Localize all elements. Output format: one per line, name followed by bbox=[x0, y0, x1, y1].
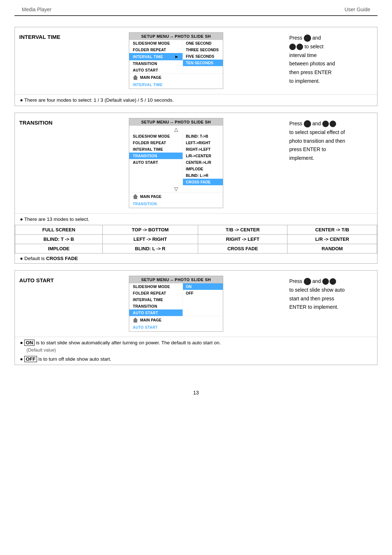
home-icon-3 bbox=[133, 317, 138, 323]
menu-item-interval-time: INTERVAL TIME ► bbox=[129, 53, 183, 60]
mode-blind-tb: BLIND: T -> B bbox=[15, 235, 103, 244]
double-c-left-1 bbox=[289, 44, 296, 50]
interval-desc-3: interval time bbox=[289, 52, 317, 58]
arrow-down: ▽ bbox=[129, 185, 223, 193]
t-double-circle bbox=[322, 121, 336, 127]
t-dc-left bbox=[322, 121, 329, 127]
auto-start-label: AUTO START bbox=[19, 276, 70, 283]
as-desc-4: start and then press bbox=[289, 296, 334, 301]
auto-start-footer: MAIN PAGE bbox=[129, 316, 223, 324]
auto-start-menu-wrapper: SETUP MENU -- PHOTO SLIDE SH SLIDESHOW M… bbox=[129, 276, 223, 332]
t-menu-interval: INTERVAL TIME bbox=[129, 146, 183, 153]
transition-menu-items: SLIDESHOW MODE FOLDER REPEAT INTERVAL TI… bbox=[129, 133, 223, 185]
page-content: INTERVAL TIME SETUP MENU -- PHOTO SLIDE … bbox=[0, 23, 392, 382]
mode-full-screen: FULL SCREEN bbox=[15, 225, 103, 235]
to-select-text-1: to select bbox=[305, 44, 323, 49]
interval-time-label: INTERVAL TIME bbox=[19, 32, 70, 40]
t-opt-center-lr: CENTER->L/R bbox=[183, 159, 223, 166]
interval-time-note: ● There are four modes to select: 1 / 3 … bbox=[15, 94, 377, 106]
interval-time-section: INTERVAL TIME SETUP MENU -- PHOTO SLIDE … bbox=[15, 27, 377, 106]
as-and-text: and bbox=[313, 278, 322, 284]
auto-start-note1: ● ON is to start slide show automaticall… bbox=[15, 337, 377, 347]
transition-menu-left: SLIDESHOW MODE FOLDER REPEAT INTERVAL TI… bbox=[129, 133, 183, 185]
auto-start-menu-title: SETUP MENU -- PHOTO SLIDE SH bbox=[129, 276, 223, 283]
t-desc-3: to select special effect of bbox=[289, 129, 345, 135]
interval-time-menu-title: SETUP MENU -- PHOTO SLIDE SH bbox=[129, 33, 223, 40]
t-desc-4: photo transition and then bbox=[289, 138, 345, 144]
transition-note: ● There are 13 modes to select. bbox=[15, 213, 377, 225]
as-menu-slideshow: SLIDESHOW MODE bbox=[129, 283, 183, 290]
mode-left-right: LEFT -> RIGHT bbox=[102, 235, 198, 244]
transition-menu-area: SETUP MENU -- PHOTO SLIDE SH △ SLIDESHOW… bbox=[70, 118, 282, 208]
as-dc-left bbox=[322, 278, 329, 285]
auto-start-section: AUTO START SETUP MENU -- PHOTO SLIDE SH … bbox=[15, 270, 377, 365]
double-circle-1 bbox=[289, 44, 303, 50]
press-text-1: Press bbox=[289, 35, 304, 41]
mode-blind-lr: BLIND: L -> R bbox=[102, 244, 198, 254]
home-icon-2 bbox=[133, 194, 138, 199]
auto-start-description: Press and to select slide show auto star… bbox=[282, 276, 373, 312]
default-note: ● Default is CROSS FADE bbox=[15, 254, 377, 263]
interval-time-description: Press and to select interval time betwee… bbox=[282, 32, 373, 86]
as-desc-5: ENTER to implement. bbox=[289, 304, 338, 310]
t-opt-right-left: RIGHT->LEFT bbox=[183, 146, 223, 153]
option-one-second: ONE SECOND bbox=[183, 40, 223, 46]
as-double-circle bbox=[322, 278, 336, 285]
t-menu-auto-start: AUTO START bbox=[129, 159, 183, 166]
interval-time-menu: SETUP MENU -- PHOTO SLIDE SH SLIDESHOW M… bbox=[129, 32, 223, 89]
page-number: 13 bbox=[0, 382, 392, 403]
header-right: User Guide bbox=[344, 7, 370, 12]
as-menu-interval: INTERVAL TIME bbox=[129, 296, 183, 303]
interval-desc-4: between photos and bbox=[289, 61, 335, 66]
t-opt-left-right: LEFT->RIGHT bbox=[183, 139, 223, 146]
transition-label: TRANSITION bbox=[19, 118, 70, 126]
t-footer-main: MAIN PAGE bbox=[140, 194, 162, 199]
t-opt-lr-center: L/R->CENTER bbox=[183, 153, 223, 159]
header-divider bbox=[15, 15, 377, 16]
t-menu-slideshow: SLIDESHOW MODE bbox=[129, 133, 183, 139]
arrow-up: △ bbox=[129, 126, 223, 133]
transition-menu-right: BLIND: T->B LEFT->RIGHT RIGHT->LEFT L/R-… bbox=[183, 133, 223, 185]
option-five-seconds: FIVE SECONDS bbox=[183, 53, 223, 60]
t-and-text: and bbox=[313, 121, 322, 126]
auto-start-note2: ● OFF is to turn off slide show auto sta… bbox=[15, 355, 377, 365]
t-desc-5: press ENTER to bbox=[289, 146, 326, 152]
as-menu-auto-start: AUTO START bbox=[129, 309, 183, 316]
t-dc-right bbox=[330, 121, 336, 127]
submenu-arrow: ► bbox=[175, 54, 179, 59]
menu-item-folder-repeat: FOLDER REPEAT bbox=[129, 46, 183, 53]
mode-center-tb: CENTER -> T/B bbox=[287, 225, 377, 235]
modes-row-2: BLIND: T -> B LEFT -> RIGHT RIGHT -> LEF… bbox=[15, 235, 377, 244]
as-desc-3: to select slide show auto bbox=[289, 287, 345, 293]
modes-row-1: FULL SCREEN TOP -> BOTTOM T/B -> CENTER … bbox=[15, 225, 377, 235]
as-footer-main: MAIN PAGE bbox=[140, 318, 162, 322]
transition-description: Press and to select special effect of ph… bbox=[282, 118, 373, 163]
menu-item-auto-start: AUTO START bbox=[129, 67, 183, 73]
as-opt-off: OFF bbox=[183, 290, 223, 296]
as-opt-on: ON bbox=[183, 283, 223, 290]
mode-random: RANDOM bbox=[287, 244, 377, 254]
interval-time-menu-footer: MAIN PAGE bbox=[129, 73, 223, 81]
transition-footer-label: TRANSITION bbox=[129, 200, 223, 208]
option-three-seconds: THREE SECONDS bbox=[183, 46, 223, 53]
t-circle-icon bbox=[304, 120, 311, 127]
transition-menu-title: SETUP MENU -- PHOTO SLIDE SH bbox=[129, 118, 223, 126]
auto-start-menu: SETUP MENU -- PHOTO SLIDE SH SLIDESHOW M… bbox=[129, 276, 223, 332]
as-menu-folder-repeat: FOLDER REPEAT bbox=[129, 290, 183, 296]
modes-table: FULL SCREEN TOP -> BOTTOM T/B -> CENTER … bbox=[15, 225, 377, 254]
transition-menu: SETUP MENU -- PHOTO SLIDE SH △ SLIDESHOW… bbox=[129, 118, 223, 208]
auto-start-default-value: (Default value) bbox=[15, 347, 377, 355]
interval-desc-5: then press ENTER bbox=[289, 69, 332, 75]
mode-lr-center: L/R -> CENTER bbox=[287, 235, 377, 244]
interval-time-menu-items: SLIDESHOW MODE FOLDER REPEAT INTERVAL TI… bbox=[129, 40, 223, 73]
t-opt-implode: IMPLODE bbox=[183, 166, 223, 172]
transition-menu-wrapper: SETUP MENU -- PHOTO SLIDE SH △ SLIDESHOW… bbox=[129, 118, 223, 208]
as-press-text: Press bbox=[289, 278, 304, 284]
mode-cross-fade: CROSS FADE bbox=[198, 244, 287, 254]
interval-time-menu-area: SETUP MENU -- PHOTO SLIDE SH SLIDESHOW M… bbox=[70, 32, 282, 89]
t-menu-folder-repeat: FOLDER REPEAT bbox=[129, 139, 183, 146]
on-note-text: is to start slide show automatically aft… bbox=[36, 340, 221, 345]
t-opt-blind-lr: BLIND: L->R bbox=[183, 172, 223, 179]
mode-implode: IMPLODE bbox=[15, 244, 103, 254]
menu-item-transition: TRANSITION bbox=[129, 60, 183, 67]
